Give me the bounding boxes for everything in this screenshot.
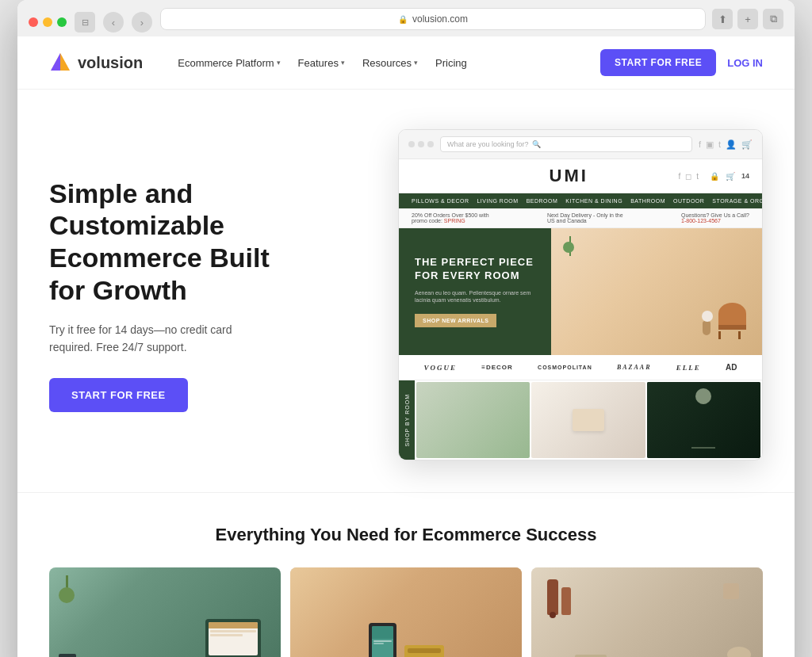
bottle-1 [547, 579, 558, 618]
mock-dot-3 [427, 141, 434, 147]
address-bar[interactable]: 🔒 volusion.com [160, 8, 706, 30]
umi-nav-outdoor: OUTDOOR [673, 198, 704, 204]
browser-action-buttons: ⬆ + ⧉ [712, 9, 783, 29]
laptop-icon [205, 619, 265, 657]
mock-store-screenshot: What are you looking for? 🔍 f ▣ t 👤 🛒 [398, 129, 763, 460]
hero-left-content: Simple and Customizable Ecommerce Built … [49, 178, 349, 413]
browser-chrome: ⊟ ‹ › 🔒 volusion.com ⬆ + ⧉ [17, 0, 795, 36]
plant-decoration [563, 236, 577, 264]
chair-decoration [718, 303, 746, 339]
ig-icon: ◻ [685, 172, 691, 181]
tw-icon: t [696, 172, 699, 181]
brand-decor: ≡DECOR [481, 364, 513, 371]
umi-hero-left: THE PERFECT PIECEFOR EVERY ROOM Aenean e… [399, 228, 551, 355]
nav-start-free-button[interactable]: START FOR FREE [600, 49, 716, 76]
svg-marker-1 [51, 53, 60, 71]
logo-text: volusion [78, 54, 143, 72]
lock-icon: 🔒 [398, 15, 408, 24]
nav-resources[interactable]: Resources ▾ [362, 57, 418, 69]
nav-actions: START FOR FREE LOG IN [600, 49, 763, 76]
umi-room-1 [416, 382, 530, 458]
nav-pricing[interactable]: Pricing [435, 57, 467, 69]
credit-card-shape [404, 645, 444, 657]
feature-image-grid [49, 567, 763, 657]
sidebar-toggle-button[interactable]: ⊟ [75, 12, 95, 32]
umi-nav-living: LIVING ROOM [477, 198, 518, 204]
feature-image-products [531, 567, 763, 657]
feature-image-laptop [49, 567, 281, 657]
umi-nav-pillows: PILLOWS & DECOR [412, 198, 469, 204]
forward-button[interactable]: › [132, 12, 152, 32]
logo-area[interactable]: volusion [49, 52, 143, 74]
umi-room-3 [647, 382, 760, 458]
maximize-button[interactable] [57, 17, 67, 27]
chevron-down-icon: ▾ [277, 59, 281, 67]
brand-bazaar: BAZAAR [617, 364, 652, 371]
umi-promo-bar: 20% Off Orders Over $500 with promo code… [399, 208, 762, 228]
minimize-button[interactable] [43, 17, 52, 27]
nav-links: Ecommerce Platform ▾ Features ▾ Resource… [178, 57, 578, 69]
umi-shop-by-room: SHOP BY ROOM [399, 380, 762, 460]
website-content: volusion Ecommerce Platform ▾ Features ▾… [17, 36, 795, 657]
umi-logo: UMI [550, 166, 588, 186]
umi-store-header: UMI f ◻ t 🔒 🛒 14 [399, 159, 762, 193]
mock-browser-bar: What are you looking for? 🔍 f ▣ t 👤 🛒 [399, 130, 762, 159]
nav-features[interactable]: Features ▾ [298, 57, 345, 69]
mock-search-bar: What are you looking for? 🔍 [440, 136, 692, 152]
umi-promo-left: 20% Off Orders Over $500 with promo code… [412, 212, 489, 223]
cart-count: 14 [741, 172, 749, 180]
umi-nav-bathroom: BATHROOM [630, 198, 665, 204]
brand-cosmopolitan: COSMOPOLITAN [538, 365, 592, 370]
browser-window: ⊟ ‹ › 🔒 volusion.com ⬆ + ⧉ [17, 0, 795, 657]
share-button[interactable]: ⬆ [712, 9, 733, 29]
camera-icon [59, 654, 76, 657]
site-navigation: volusion Ecommerce Platform ▾ Features ▾… [17, 36, 795, 90]
cart-icon: 🛒 [726, 172, 735, 181]
feature-image-phone [290, 567, 522, 657]
mock-search-placeholder: What are you looking for? [447, 140, 529, 148]
hero-section: Simple and Customizable Ecommerce Built … [17, 90, 795, 492]
twitter-icon: t [718, 139, 721, 150]
umi-room-2 [531, 382, 645, 458]
bottom-section: Everything You Need for Ecommerce Succes… [17, 493, 795, 657]
umi-room-grid [415, 380, 762, 460]
brand-vogue: VOGUE [424, 364, 458, 372]
nav-ecommerce-platform[interactable]: Ecommerce Platform ▾ [178, 57, 280, 69]
hero-subtext: Try it free for 14 days—no credit cardre… [49, 321, 333, 357]
umi-hero-right [551, 228, 762, 355]
chevron-down-icon: ▾ [414, 59, 418, 67]
umi-promo-right: Next Day Delivery - Only in the US and C… [547, 212, 623, 223]
svg-marker-2 [60, 53, 70, 71]
browser-traffic-lights [29, 17, 67, 27]
plant-icon [59, 575, 75, 603]
umi-promo-contact: Questions? Give Us a Call? 1-800-123-456… [681, 212, 749, 223]
umi-brand-logos: VOGUE ≡DECOR COSMOPOLITAN BAZAAR ELLE AD [399, 355, 762, 380]
new-tab-button[interactable]: + [737, 9, 758, 29]
facebook-icon: f [699, 139, 701, 150]
umi-sidebar-text: SHOP BY ROOM [404, 394, 410, 447]
umi-sidebar: SHOP BY ROOM [399, 380, 415, 460]
umi-shop-btn[interactable]: SHOP NEW ARRIVALS [415, 314, 496, 327]
hero-headline: Simple and Customizable Ecommerce Built … [49, 178, 333, 307]
bottle-2 [561, 587, 571, 615]
umi-hero-sub: Aenean eu leo quam. Pellentesque ornare … [415, 289, 535, 305]
umi-hero-title: THE PERFECT PIECEFOR EVERY ROOM [415, 256, 535, 283]
fb-icon: f [678, 172, 680, 181]
tabs-button[interactable]: ⧉ [763, 9, 783, 29]
sphere-decoration [702, 311, 713, 322]
nav-login-button[interactable]: LOG IN [727, 57, 763, 69]
umi-nav-kitchen: KITCHEN & DINING [565, 198, 622, 204]
umi-nav-storage: STORAGE & ORGANIZATION [712, 198, 763, 204]
phone-shape [369, 623, 396, 657]
account-icon: 👤 [726, 139, 737, 150]
lock-icon: 🔒 [710, 172, 719, 181]
cart-icon: 🛒 [741, 139, 753, 150]
hero-start-free-button[interactable]: START FOR FREE [49, 378, 188, 412]
brand-elle: ELLE [676, 364, 701, 372]
item-box [723, 583, 739, 599]
mock-browser-icons: f ▣ t 👤 🛒 [699, 139, 753, 150]
umi-hero-section: THE PERFECT PIECEFOR EVERY ROOM Aenean e… [399, 228, 762, 355]
back-button[interactable]: ‹ [103, 12, 124, 32]
umi-store-nav: PILLOWS & DECOR LIVING ROOM BEDROOM KITC… [399, 193, 762, 208]
close-button[interactable] [29, 17, 38, 27]
